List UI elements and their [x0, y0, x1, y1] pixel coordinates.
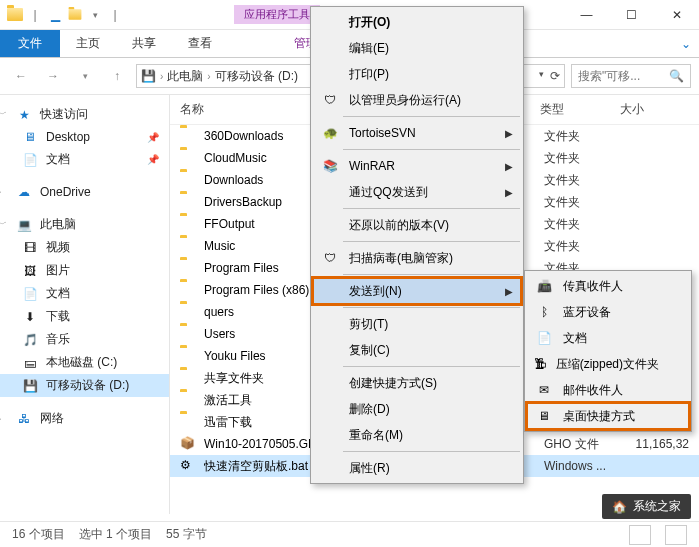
tab-view[interactable]: 查看	[172, 30, 228, 57]
sidebar-quick-access[interactable]: ﹀★快速访问	[0, 103, 169, 126]
menu-item[interactable]: 📚WinRAR▶	[313, 153, 521, 179]
sidebar-onedrive[interactable]: ›☁OneDrive	[0, 181, 169, 203]
document-icon: 📄	[22, 152, 38, 168]
drive-icon: 🖴	[22, 355, 38, 371]
sidebar-item[interactable]: 💾可移动设备 (D:)	[0, 374, 169, 397]
breadcrumb-this-pc[interactable]: 此电脑	[167, 68, 203, 85]
address-dropdown-icon[interactable]: ▾	[539, 69, 544, 83]
bat-icon: ⚙	[180, 458, 198, 474]
qat-new-folder-icon[interactable]	[66, 6, 84, 24]
sidebar-item[interactable]: 🎞视频	[0, 236, 169, 259]
chevron-right-icon: ▶	[505, 128, 513, 139]
nav-recent-dropdown[interactable]: ▾	[72, 63, 98, 89]
status-selected: 选中 1 个项目	[79, 526, 152, 543]
usb-drive-icon: 💾	[22, 378, 38, 394]
sidebar-network[interactable]: ›🖧网络	[0, 407, 169, 430]
sidebar-this-pc[interactable]: ﹀💻此电脑	[0, 213, 169, 236]
status-size: 55 字节	[166, 526, 207, 543]
context-menu: 打开(O)编辑(E)打印(P)🛡以管理员身份运行(A)🐢TortoiseSVN▶…	[310, 6, 524, 484]
menu-item[interactable]: 📄文档	[527, 325, 689, 351]
folder-icon	[180, 150, 198, 166]
watermark: 🏠 系统之家	[602, 494, 691, 519]
menu-item[interactable]: 🛡扫描病毒(电脑管家)	[313, 245, 521, 271]
tab-home[interactable]: 主页	[60, 30, 116, 57]
menu-item[interactable]: ✉邮件收件人	[527, 377, 689, 403]
document-icon: 📄	[533, 331, 555, 345]
menu-item[interactable]: 还原以前的版本(V)	[313, 212, 521, 238]
sidebar-item[interactable]: 🎵音乐	[0, 328, 169, 351]
desktop-icon: 🖥	[22, 129, 38, 145]
menu-item[interactable]: 通过QQ发送到▶	[313, 179, 521, 205]
view-details-button[interactable]	[629, 525, 651, 545]
chevron-right-icon: ▶	[505, 187, 513, 198]
menu-item[interactable]: 属性(R)	[313, 455, 521, 481]
sidebar-item[interactable]: 🖼图片	[0, 259, 169, 282]
close-button[interactable]: ✕	[654, 0, 699, 30]
ribbon-expand-icon[interactable]: ⌄	[673, 30, 699, 57]
menu-item[interactable]: ᛒ蓝牙设备	[527, 299, 689, 325]
cloud-icon: ☁	[16, 184, 32, 200]
nav-back-button[interactable]: ←	[8, 63, 34, 89]
breadcrumb-drive[interactable]: 可移动设备 (D:)	[215, 68, 298, 85]
sidebar-item[interactable]: 🖴本地磁盘 (C:)	[0, 351, 169, 374]
menu-item[interactable]: 🗜压缩(zipped)文件夹	[527, 351, 689, 377]
menu-item[interactable]: 📠传真收件人	[527, 273, 689, 299]
folder-icon	[180, 348, 198, 364]
search-placeholder: 搜索"可移...	[578, 68, 640, 85]
mail-icon: ✉	[533, 383, 555, 397]
column-header-size[interactable]: 大小	[620, 101, 689, 118]
folder-icon	[180, 216, 198, 232]
pc-icon: 💻	[16, 217, 32, 233]
qat-dropdown-icon[interactable]: ▾	[86, 6, 104, 24]
navigation-pane: ﹀★快速访问 🖥Desktop📌 📄文档📌 ›☁OneDrive ﹀💻此电脑 🎞…	[0, 95, 170, 514]
menu-item[interactable]: 打印(P)	[313, 61, 521, 87]
sidebar-item-documents[interactable]: 📄文档📌	[0, 148, 169, 171]
column-header-type[interactable]: 类型	[540, 101, 620, 118]
menu-item[interactable]: 复制(C)	[313, 337, 521, 363]
tab-share[interactable]: 共享	[116, 30, 172, 57]
chevron-right-icon: ▶	[505, 286, 513, 297]
status-bar: 16 个项目 选中 1 个项目 55 字节	[0, 521, 699, 547]
folder-icon	[180, 414, 198, 430]
qat-divider: |	[106, 6, 124, 24]
menu-item[interactable]: 编辑(E)	[313, 35, 521, 61]
maximize-button[interactable]: ☐	[609, 0, 654, 30]
folder-icon	[180, 282, 198, 298]
status-item-count: 16 个项目	[12, 526, 65, 543]
qat-divider: |	[26, 6, 44, 24]
bluetooth-icon: ᛒ	[533, 305, 555, 319]
menu-item[interactable]: 打开(O)	[313, 9, 521, 35]
menu-item[interactable]: 创建快捷方式(S)	[313, 370, 521, 396]
scan-icon: 🛡	[319, 251, 341, 265]
sidebar-item[interactable]: 📄文档	[0, 282, 169, 305]
folder-icon	[180, 392, 198, 408]
shield-icon: 🛡	[319, 93, 341, 107]
chevron-right-icon: ▶	[505, 161, 513, 172]
nav-forward-button[interactable]: →	[40, 63, 66, 89]
sidebar-item[interactable]: ⬇下载	[0, 305, 169, 328]
nav-up-button[interactable]: ↑	[104, 63, 130, 89]
menu-item[interactable]: 剪切(T)	[313, 311, 521, 337]
menu-item[interactable]: 🐢TortoiseSVN▶	[313, 120, 521, 146]
search-input[interactable]: 搜索"可移... 🔍	[571, 64, 691, 88]
folder-icon	[180, 194, 198, 210]
file-tab[interactable]: 文件	[0, 30, 60, 57]
menu-item[interactable]: 发送到(N)▶	[313, 278, 521, 304]
folder-icon	[180, 128, 198, 144]
menu-item[interactable]: 🖥桌面快捷方式	[527, 403, 689, 429]
sidebar-item-desktop[interactable]: 🖥Desktop📌	[0, 126, 169, 148]
menu-item[interactable]: 删除(D)	[313, 396, 521, 422]
music-icon: 🎵	[22, 332, 38, 348]
folder-icon	[180, 172, 198, 188]
view-icons-button[interactable]	[665, 525, 687, 545]
chevron-right-icon[interactable]: ›	[207, 71, 210, 82]
pin-icon: 📌	[147, 132, 159, 143]
qat-properties-icon[interactable]: ▁	[46, 6, 64, 24]
refresh-icon[interactable]: ⟳	[550, 69, 560, 83]
contextual-tab-group: 应用程序工具	[234, 5, 320, 24]
minimize-button[interactable]: —	[564, 0, 609, 30]
chevron-right-icon[interactable]: ›	[160, 71, 163, 82]
menu-item[interactable]: 重命名(M)	[313, 422, 521, 448]
menu-item[interactable]: 🛡以管理员身份运行(A)	[313, 87, 521, 113]
zip-icon: 🗜	[533, 357, 548, 371]
